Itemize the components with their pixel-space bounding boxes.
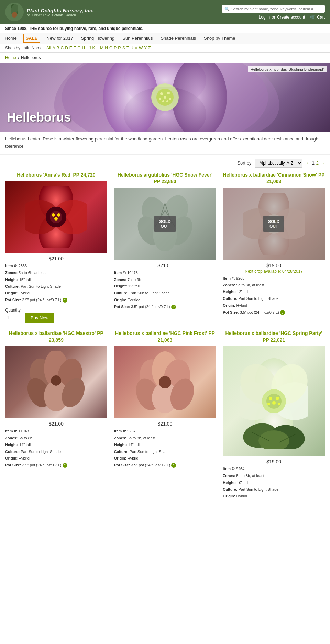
product-price-1: $21.00 xyxy=(5,256,107,261)
alpha-w[interactable]: W xyxy=(139,46,143,50)
product-title-6: Helleborus x ballardiae 'HGC Spring Part… xyxy=(223,330,325,343)
alpha-i[interactable]: I xyxy=(86,46,87,50)
product-card-3: Helleborus x ballardiae 'Cinnamon Snow' … xyxy=(223,172,325,323)
product-card-6: Helleborus x ballardiae 'HGC Spring Part… xyxy=(223,330,325,500)
help-icon-4[interactable]: ? xyxy=(63,463,67,468)
pagination-prev[interactable]: ← xyxy=(306,160,310,166)
nav-sale[interactable]: SALE xyxy=(23,34,40,43)
product-card-5: Helleborus x ballardiae 'HGC Pink Frost'… xyxy=(114,330,216,500)
alpha-h[interactable]: H xyxy=(82,46,85,50)
quantity-input-1[interactable] xyxy=(5,314,22,322)
product-image-3[interactable]: SOLDOUT xyxy=(223,188,325,260)
alpha-d[interactable]: D xyxy=(65,46,68,50)
alpha-u[interactable]: U xyxy=(130,46,133,50)
alpha-g[interactable]: G xyxy=(77,46,80,50)
alpha-all[interactable]: All xyxy=(46,46,51,50)
svg-point-28 xyxy=(54,217,58,221)
alpha-n[interactable]: N xyxy=(105,46,108,50)
pagination: ← 1 2 → xyxy=(306,160,325,166)
hero-title: Helleborus xyxy=(7,110,71,125)
svg-point-3 xyxy=(12,12,17,18)
svg-point-19 xyxy=(166,100,168,102)
product-image-6[interactable] xyxy=(223,346,325,456)
help-icon-2[interactable]: ? xyxy=(171,305,176,309)
product-title-5: Helleborus x ballardiae 'HGC Pink Frost'… xyxy=(114,330,216,343)
product-details-4: Item #: 11948 Zones: 5a to 8b Height: 14… xyxy=(5,428,107,469)
pagination-next[interactable]: → xyxy=(320,160,325,166)
alpha-prefix: Shop by Latin Name: xyxy=(5,46,44,50)
alpha-e[interactable]: E xyxy=(69,46,72,50)
svg-point-14 xyxy=(167,92,170,94)
product-image-2[interactable]: SOLDOUT xyxy=(114,188,216,260)
alpha-k[interactable]: K xyxy=(92,46,95,50)
product-image-1[interactable] xyxy=(5,181,107,253)
product-title-3: Helleborus x ballardiae 'Cinnamon Snow' … xyxy=(223,172,325,185)
alpha-s[interactable]: S xyxy=(122,46,125,50)
search-icon: 🔍 xyxy=(224,7,230,11)
pagination-page2[interactable]: 2 xyxy=(316,160,319,166)
nav-spring[interactable]: Spring Flowering xyxy=(80,33,116,44)
pagination-current: 1 xyxy=(312,160,315,166)
nav-home[interactable]: Home xyxy=(3,33,18,44)
svg-point-68 xyxy=(269,397,272,400)
alpha-l[interactable]: L xyxy=(97,46,99,50)
svg-point-17 xyxy=(169,98,171,100)
alpha-r[interactable]: R xyxy=(118,46,121,50)
sold-out-overlay-3: SOLDOUT xyxy=(223,188,325,260)
nav-sun[interactable]: Sun Perennials xyxy=(121,33,154,44)
product-details-1: Item #: 2353 Zones: 5a to 6b, at least H… xyxy=(5,263,107,304)
next-crop-3: Next crop available: 04/28/2017 xyxy=(223,269,325,274)
alpha-p[interactable]: P xyxy=(114,46,117,50)
help-icon-3[interactable]: ? xyxy=(280,310,285,315)
product-details-6: Item #: 9264 Zones: 5a to 8b, at least H… xyxy=(223,466,325,500)
svg-point-70 xyxy=(272,401,276,405)
sold-out-badge-2: SOLDOUT xyxy=(154,216,175,232)
alpha-f[interactable]: F xyxy=(74,46,76,50)
login-link[interactable]: Log in xyxy=(259,15,270,20)
help-icon-1[interactable]: ? xyxy=(63,298,67,303)
alpha-b[interactable]: B xyxy=(56,46,59,50)
hero-banner: Helleborus x hybridus 'Blushing Bridesma… xyxy=(0,63,330,132)
create-account-link[interactable]: Create account xyxy=(277,15,305,20)
svg-point-52 xyxy=(51,375,61,386)
sold-out-badge-3: SOLDOUT xyxy=(263,216,284,232)
breadcrumb-separator: › xyxy=(18,55,19,60)
alpha-y[interactable]: Y xyxy=(144,46,147,50)
product5-plant-svg xyxy=(134,351,196,413)
product-card-4: Helleborus x ballardiae 'HGC Maestro' PP… xyxy=(5,330,107,500)
nav-shade[interactable]: Shade Perennials xyxy=(159,33,197,44)
sort-select[interactable]: Alphabetically, A-Z Alphabetically, Z-A … xyxy=(255,159,302,168)
quantity-label-1: Quantity xyxy=(5,308,22,313)
alpha-nav: Shop by Latin Name: All A B C D E F G H … xyxy=(0,44,330,53)
alpha-j[interactable]: J xyxy=(89,46,91,50)
alpha-t[interactable]: T xyxy=(126,46,129,50)
logo-icon xyxy=(5,3,24,22)
main-nav: Home SALE New for 2017 Spring Flowering … xyxy=(0,33,330,44)
alpha-m[interactable]: M xyxy=(100,46,103,50)
alpha-v[interactable]: V xyxy=(135,46,138,50)
nav-theme[interactable]: Shop by Theme xyxy=(202,33,237,44)
sold-out-overlay-2: SOLDOUT xyxy=(114,188,216,260)
alpha-o[interactable]: O xyxy=(109,46,112,50)
alpha-a[interactable]: A xyxy=(52,46,55,50)
breadcrumb: Home › Helleborus xyxy=(0,53,330,63)
buy-now-button-1[interactable]: Buy Now xyxy=(25,313,54,323)
cart-link[interactable]: Cart xyxy=(317,15,325,20)
help-icon-5[interactable]: ? xyxy=(171,463,176,468)
nav-new-2017[interactable]: New for 2017 xyxy=(45,33,74,44)
breadcrumb-home[interactable]: Home xyxy=(5,55,16,60)
product-title-2: Helleborus argutifolius 'HGC Snow Fever'… xyxy=(114,172,216,185)
svg-point-16 xyxy=(159,98,161,100)
product-image-5[interactable] xyxy=(114,346,216,418)
cart-icon: 🛒 xyxy=(310,15,315,20)
product-price-5: $21.00 xyxy=(114,421,216,427)
logo-text: Plant Delights Nursery, Inc. at Juniper … xyxy=(27,8,94,17)
product-image-4[interactable] xyxy=(5,346,107,418)
alpha-c[interactable]: C xyxy=(60,46,64,50)
product-title-1: Helleborus 'Anna's Red' PP 24,720 xyxy=(5,172,107,179)
svg-point-10 xyxy=(172,63,227,132)
or-text: or xyxy=(272,15,275,20)
logo: Plant Delights Nursery, Inc. at Juniper … xyxy=(5,3,94,22)
alpha-z[interactable]: Z xyxy=(148,46,151,50)
search-input[interactable] xyxy=(231,7,322,11)
